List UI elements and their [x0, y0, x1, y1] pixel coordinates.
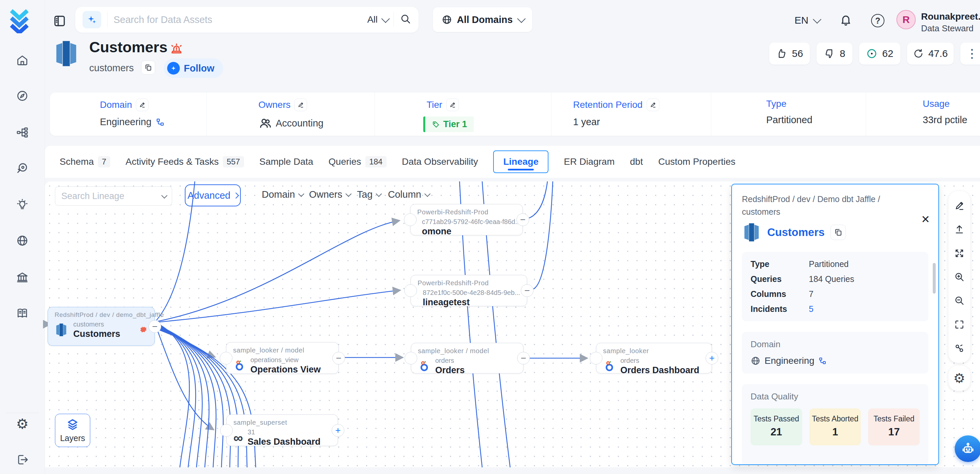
app-logo[interactable]	[7, 7, 32, 33]
kebab-menu-button[interactable]: ⋮	[960, 43, 980, 65]
robot-icon	[961, 441, 975, 456]
tier-badge[interactable]: Tier 1	[423, 116, 474, 132]
domain-link-icon	[818, 356, 827, 365]
governance-bank-icon[interactable]	[15, 270, 30, 285]
lineage-settings-gear-icon[interactable]: ⚙	[953, 371, 965, 386]
downvote-button[interactable]: 8	[816, 43, 853, 65]
settings-gear-icon[interactable]: ⚙	[15, 416, 30, 431]
domain-value[interactable]: Engineering	[100, 116, 151, 127]
entity-subtitle: customers	[89, 62, 134, 73]
filter-tag-dropdown[interactable]: Tag	[357, 189, 380, 200]
advanced-filter-button[interactable]: Advanced	[185, 185, 241, 206]
retention-label: Retention Period	[573, 100, 643, 110]
sidebar-toggle-icon[interactable]	[52, 14, 67, 29]
edit-pencil-icon[interactable]	[647, 99, 659, 111]
panel-breadcrumb[interactable]: RedshiftProd / dev / Demo dbt Jaffle / c…	[742, 193, 908, 218]
zoom-out-icon[interactable]	[949, 289, 970, 313]
lineage-node-sales-dashboard[interactable]: sample_superset ∞ 31 Sales Dashboard +	[226, 414, 338, 446]
edit-pencil-icon[interactable]	[294, 99, 307, 111]
lineage-node-omone[interactable]: Powerbi-Redshift-Prod c771ab29-5792-46fc…	[410, 204, 523, 235]
alert-siren-icon[interactable]	[169, 41, 184, 57]
usage-refresh-button[interactable]: 47.6	[907, 43, 954, 65]
source-handle[interactable]	[404, 213, 417, 226]
expand-handle[interactable]: +	[706, 352, 718, 364]
filter-owners-dropdown[interactable]: Owners	[309, 189, 350, 200]
lineage-node-orders-dashboard[interactable]: sample_looker orders Orders Dashboard +	[596, 343, 712, 374]
node-sub: operations_view	[250, 356, 321, 364]
source-handle[interactable]	[404, 352, 417, 364]
source-handle[interactable]	[220, 424, 233, 437]
observability-icon[interactable]	[15, 161, 30, 176]
source-handle[interactable]	[220, 352, 232, 364]
global-search[interactable]: Search for Data Assets All	[75, 6, 419, 33]
fit-view-icon[interactable]	[949, 241, 970, 265]
tab-data-observability[interactable]: Data Observability	[402, 156, 478, 167]
tier-value: Tier 1	[443, 119, 467, 129]
tab-schema[interactable]: Schema7	[60, 156, 110, 167]
globe-icon	[751, 356, 760, 366]
expand-handle[interactable]: +	[332, 424, 344, 437]
panel-domain-value[interactable]: Engineering	[765, 355, 814, 366]
edit-pencil-icon[interactable]	[136, 99, 148, 111]
help-icon[interactable]: ?	[871, 14, 885, 27]
lineage-node-operations-view[interactable]: sample_looker / model operations_view Op…	[226, 342, 339, 374]
collapse-handle[interactable]: −	[521, 284, 533, 297]
node-service: sample_superset	[234, 419, 331, 426]
layers-button[interactable]: Layers	[55, 414, 90, 447]
collapse-handle[interactable]: −	[332, 352, 345, 364]
sidebar-divider	[6, 413, 39, 413]
lineage-node-orders[interactable]: sample_looker / model orders Orders −	[411, 343, 523, 374]
copy-icon[interactable]	[830, 225, 846, 240]
follow-button[interactable]: Follow	[164, 59, 223, 78]
collapse-handle[interactable]: −	[148, 320, 161, 333]
assistant-chatbot-button[interactable]	[955, 435, 980, 462]
lineage-node-customers[interactable]: RedshiftProd / dev / demo_dbt_jaffle cus…	[48, 307, 155, 346]
tab-queries[interactable]: Queries184	[329, 156, 387, 167]
home-icon[interactable]	[15, 52, 30, 68]
collapse-handle[interactable]: −	[517, 352, 530, 364]
copy-icon[interactable]	[141, 60, 155, 75]
close-icon[interactable]: ✕	[921, 213, 969, 226]
zoom-in-icon[interactable]	[949, 265, 970, 289]
all-domains-label: All Domains	[457, 14, 513, 25]
tab-dbt[interactable]: dbt	[630, 156, 643, 167]
search-scope-dropdown[interactable]: All	[367, 14, 388, 25]
incident-count-button[interactable]: 62	[859, 43, 900, 65]
all-domains-button[interactable]: All Domains	[433, 7, 532, 32]
owners-value[interactable]: Accounting	[276, 118, 324, 129]
domains-globe-icon[interactable]	[15, 233, 30, 248]
node-sub: orders	[435, 357, 465, 364]
edit-pencil-icon[interactable]	[446, 99, 459, 111]
filter-column-dropdown[interactable]: Column	[388, 189, 429, 200]
source-handle[interactable]	[404, 284, 417, 297]
insights-bulb-icon[interactable]	[15, 197, 30, 212]
panel-scrollbar[interactable]	[933, 263, 936, 294]
logout-icon[interactable]	[15, 452, 30, 467]
search-input[interactable]: Search for Data Assets	[113, 14, 367, 25]
tab-lineage[interactable]: Lineage	[493, 151, 549, 173]
tab-activity-feeds[interactable]: Activity Feeds & Tasks557	[126, 156, 244, 167]
lineage-flow-icon[interactable]	[15, 125, 30, 140]
collapse-handle[interactable]: −	[517, 213, 529, 226]
page-title: Customers	[89, 39, 167, 56]
relayout-icon[interactable]	[949, 337, 970, 360]
summary-incidents-link[interactable]: 5	[809, 304, 813, 314]
lineage-node-lineagetest[interactable]: Powerbi-Redshift-Prod 872e1f0c-500e-4e28…	[410, 275, 527, 306]
upvote-button[interactable]: 56	[769, 43, 810, 65]
source-handle[interactable]	[590, 352, 602, 364]
user-menu[interactable]: Rounakpreet.d Data Steward	[921, 11, 980, 33]
fullscreen-icon[interactable]	[949, 313, 970, 336]
tab-sample-data[interactable]: Sample Data	[259, 156, 313, 167]
explore-compass-icon[interactable]	[15, 88, 30, 103]
summary-columns-value: 7	[809, 289, 813, 299]
glossary-book-icon[interactable]	[15, 305, 30, 321]
user-avatar[interactable]: R	[896, 10, 916, 29]
tab-er-diagram[interactable]: ER Diagram	[564, 156, 614, 167]
notifications-bell-icon[interactable]	[839, 13, 853, 28]
language-dropdown[interactable]: EN	[794, 14, 819, 26]
panel-entity-link[interactable]: Customers	[767, 226, 824, 239]
tab-custom-properties[interactable]: Custom Properties	[658, 156, 736, 167]
filter-domain-dropdown[interactable]: Domain	[262, 189, 303, 200]
lineage-search-input[interactable]: Search Lineage	[55, 186, 172, 206]
search-icon[interactable]	[400, 13, 411, 26]
